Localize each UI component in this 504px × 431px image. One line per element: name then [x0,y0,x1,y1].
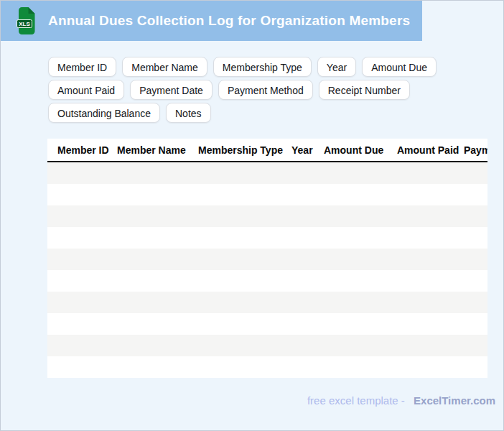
table-cell [457,249,487,270]
table-cell [192,249,285,270]
table-cell [285,162,317,184]
table-cell [47,313,111,335]
table-cell [111,227,192,249]
table-row [47,249,487,270]
table-cell [457,162,487,184]
table-cell [192,184,285,205]
table-cell [47,227,111,249]
table-body [47,162,487,378]
table-cell [391,184,457,205]
table-cell [391,205,457,227]
table-cell [111,356,192,378]
table-cell [457,313,487,335]
table-cell [391,162,457,184]
table-row [47,162,487,184]
field-chip-receipt-number[interactable]: Receipt Number [319,80,410,100]
table-cell [391,335,457,356]
field-chip-payment-method[interactable]: Payment Method [218,80,313,100]
table-row [47,313,487,335]
table-cell [192,356,285,378]
table-cell [47,249,111,270]
xls-badge-text: XLS [19,21,30,27]
table-cell [285,205,317,227]
table-row [47,356,487,378]
table-cell [111,313,192,335]
table-cell [47,184,111,205]
table-cell [391,313,457,335]
table-cell [317,335,391,356]
table-cell [192,335,285,356]
table-cell [457,292,487,313]
header-bar: XLS Annual Dues Collection Log for Organ… [1,1,422,41]
column-header-member-name: Member Name [111,139,192,162]
table-cell [111,162,192,184]
footer-brand-link[interactable]: ExcelTimer.com [414,394,495,407]
field-chip-notes[interactable]: Notes [166,103,211,123]
table-cell [391,227,457,249]
table-cell [317,205,391,227]
table-cell [47,205,111,227]
table-cell [317,270,391,292]
table-cell [317,227,391,249]
field-chip-payment-date[interactable]: Payment Date [130,80,213,100]
table-cell [317,356,391,378]
table-cell [111,335,192,356]
dues-log-table: Member IDMember NameMembership TypeYearA… [47,139,487,378]
table-cell [317,249,391,270]
table-row [47,270,487,292]
table-cell [391,270,457,292]
table-cell [47,270,111,292]
table-header-row: Member IDMember NameMembership TypeYearA… [47,139,487,162]
table-cell [317,313,391,335]
table-cell [285,227,317,249]
table-cell [47,292,111,313]
table-cell [192,227,285,249]
table-viewport: Member IDMember NameMembership TypeYearA… [47,139,487,378]
table-cell [111,292,192,313]
table-cell [285,184,317,205]
field-chip-amount-due[interactable]: Amount Due [362,57,437,77]
table-cell [192,313,285,335]
field-chip-year[interactable]: Year [317,57,356,77]
column-header-membership-type: Membership Type [192,139,285,162]
table-cell [285,313,317,335]
footer-text: free excel template - [307,394,405,407]
table-cell [47,356,111,378]
field-chip-amount-paid[interactable]: Amount Paid [48,80,124,100]
table-cell [391,356,457,378]
table-cell [317,162,391,184]
table-row [47,205,487,227]
table-cell [391,292,457,313]
table-cell [192,270,285,292]
field-chip-member-id[interactable]: Member ID [48,57,116,77]
field-chip-list: Member IDMember NameMembership TypeYearA… [48,57,450,123]
table-cell [192,292,285,313]
table-row [47,184,487,205]
field-chip-membership-type[interactable]: Membership Type [213,57,312,77]
table-cell [457,335,487,356]
table-cell [317,184,391,205]
table-cell [285,335,317,356]
column-header-amount-paid: Amount Paid [391,139,457,162]
field-chip-member-name[interactable]: Member Name [122,57,207,77]
table-cell [457,356,487,378]
table-row [47,227,487,249]
table-cell [47,162,111,184]
table-cell [192,205,285,227]
page-root: { "header": { "title": "Annual Dues Coll… [0,0,504,431]
footer: free excel template - ExcelTimer.com [307,394,495,407]
table-cell [285,249,317,270]
table-row [47,335,487,356]
table-cell [457,184,487,205]
table-cell [317,292,391,313]
table-cell [111,249,192,270]
table-cell [391,249,457,270]
table-cell [111,205,192,227]
field-chip-outstanding-balance[interactable]: Outstanding Balance [48,103,160,123]
table-cell [47,335,111,356]
table-cell [457,227,487,249]
xls-file-icon: XLS [17,7,36,34]
page-title: Annual Dues Collection Log for Organizat… [48,13,410,29]
table-cell [192,162,285,184]
column-header-payment-date: Payment Date [457,139,487,162]
